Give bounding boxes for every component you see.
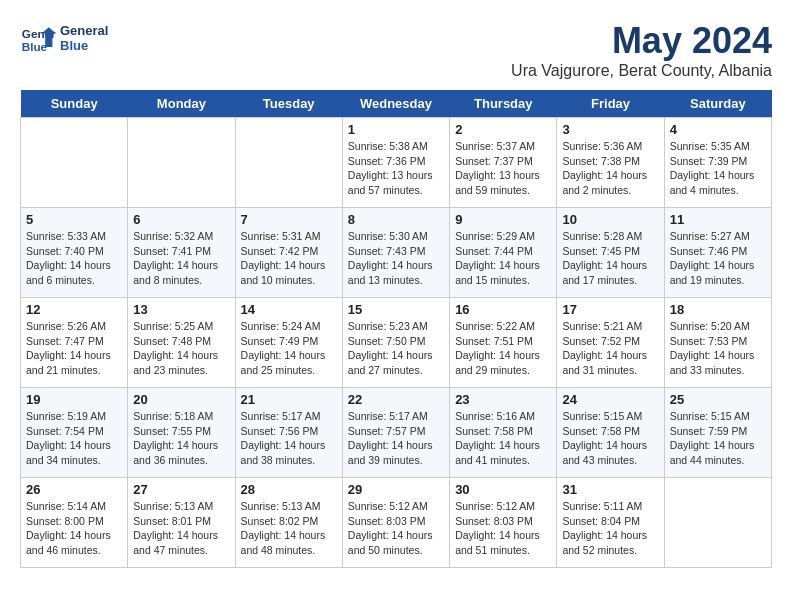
calendar-cell: 8Sunrise: 5:30 AM Sunset: 7:43 PM Daylig…	[342, 208, 449, 298]
calendar-cell: 28Sunrise: 5:13 AM Sunset: 8:02 PM Dayli…	[235, 478, 342, 568]
calendar-cell: 9Sunrise: 5:29 AM Sunset: 7:44 PM Daylig…	[450, 208, 557, 298]
date-number: 9	[455, 212, 551, 227]
cell-info: Sunrise: 5:15 AM Sunset: 7:59 PM Dayligh…	[670, 409, 766, 468]
date-number: 28	[241, 482, 337, 497]
cell-info: Sunrise: 5:12 AM Sunset: 8:03 PM Dayligh…	[348, 499, 444, 558]
cell-info: Sunrise: 5:24 AM Sunset: 7:49 PM Dayligh…	[241, 319, 337, 378]
date-number: 24	[562, 392, 658, 407]
cell-info: Sunrise: 5:37 AM Sunset: 7:37 PM Dayligh…	[455, 139, 551, 198]
cell-info: Sunrise: 5:30 AM Sunset: 7:43 PM Dayligh…	[348, 229, 444, 288]
cell-info: Sunrise: 5:38 AM Sunset: 7:36 PM Dayligh…	[348, 139, 444, 198]
calendar-cell: 31Sunrise: 5:11 AM Sunset: 8:04 PM Dayli…	[557, 478, 664, 568]
date-number: 7	[241, 212, 337, 227]
calendar-cell: 17Sunrise: 5:21 AM Sunset: 7:52 PM Dayli…	[557, 298, 664, 388]
week-row-0: 1Sunrise: 5:38 AM Sunset: 7:36 PM Daylig…	[21, 118, 772, 208]
title-block: May 2024 Ura Vajgurore, Berat County, Al…	[511, 20, 772, 80]
calendar-cell: 12Sunrise: 5:26 AM Sunset: 7:47 PM Dayli…	[21, 298, 128, 388]
calendar-cell: 13Sunrise: 5:25 AM Sunset: 7:48 PM Dayli…	[128, 298, 235, 388]
logo: General Blue General Blue	[20, 20, 108, 56]
date-number: 29	[348, 482, 444, 497]
week-row-1: 5Sunrise: 5:33 AM Sunset: 7:40 PM Daylig…	[21, 208, 772, 298]
weekday-header-sunday: Sunday	[21, 90, 128, 118]
cell-info: Sunrise: 5:27 AM Sunset: 7:46 PM Dayligh…	[670, 229, 766, 288]
calendar-cell: 18Sunrise: 5:20 AM Sunset: 7:53 PM Dayli…	[664, 298, 771, 388]
calendar-cell: 16Sunrise: 5:22 AM Sunset: 7:51 PM Dayli…	[450, 298, 557, 388]
weekday-header-wednesday: Wednesday	[342, 90, 449, 118]
weekday-header-tuesday: Tuesday	[235, 90, 342, 118]
cell-info: Sunrise: 5:16 AM Sunset: 7:58 PM Dayligh…	[455, 409, 551, 468]
calendar-cell: 30Sunrise: 5:12 AM Sunset: 8:03 PM Dayli…	[450, 478, 557, 568]
week-row-4: 26Sunrise: 5:14 AM Sunset: 8:00 PM Dayli…	[21, 478, 772, 568]
week-row-3: 19Sunrise: 5:19 AM Sunset: 7:54 PM Dayli…	[21, 388, 772, 478]
week-row-2: 12Sunrise: 5:26 AM Sunset: 7:47 PM Dayli…	[21, 298, 772, 388]
calendar-cell: 25Sunrise: 5:15 AM Sunset: 7:59 PM Dayli…	[664, 388, 771, 478]
date-number: 27	[133, 482, 229, 497]
cell-info: Sunrise: 5:12 AM Sunset: 8:03 PM Dayligh…	[455, 499, 551, 558]
cell-info: Sunrise: 5:23 AM Sunset: 7:50 PM Dayligh…	[348, 319, 444, 378]
cell-info: Sunrise: 5:32 AM Sunset: 7:41 PM Dayligh…	[133, 229, 229, 288]
calendar-cell: 20Sunrise: 5:18 AM Sunset: 7:55 PM Dayli…	[128, 388, 235, 478]
cell-info: Sunrise: 5:25 AM Sunset: 7:48 PM Dayligh…	[133, 319, 229, 378]
calendar-cell: 2Sunrise: 5:37 AM Sunset: 7:37 PM Daylig…	[450, 118, 557, 208]
calendar-cell: 27Sunrise: 5:13 AM Sunset: 8:01 PM Dayli…	[128, 478, 235, 568]
month-title: May 2024	[511, 20, 772, 62]
calendar-cell: 5Sunrise: 5:33 AM Sunset: 7:40 PM Daylig…	[21, 208, 128, 298]
calendar-cell: 7Sunrise: 5:31 AM Sunset: 7:42 PM Daylig…	[235, 208, 342, 298]
cell-info: Sunrise: 5:15 AM Sunset: 7:58 PM Dayligh…	[562, 409, 658, 468]
calendar-cell: 22Sunrise: 5:17 AM Sunset: 7:57 PM Dayli…	[342, 388, 449, 478]
cell-info: Sunrise: 5:20 AM Sunset: 7:53 PM Dayligh…	[670, 319, 766, 378]
calendar-cell: 3Sunrise: 5:36 AM Sunset: 7:38 PM Daylig…	[557, 118, 664, 208]
logo-blue: Blue	[60, 38, 108, 53]
date-number: 21	[241, 392, 337, 407]
weekday-header-monday: Monday	[128, 90, 235, 118]
calendar-cell	[664, 478, 771, 568]
calendar-cell: 21Sunrise: 5:17 AM Sunset: 7:56 PM Dayli…	[235, 388, 342, 478]
date-number: 1	[348, 122, 444, 137]
cell-info: Sunrise: 5:13 AM Sunset: 8:02 PM Dayligh…	[241, 499, 337, 558]
date-number: 6	[133, 212, 229, 227]
logo-icon: General Blue	[20, 20, 56, 56]
cell-info: Sunrise: 5:11 AM Sunset: 8:04 PM Dayligh…	[562, 499, 658, 558]
date-number: 14	[241, 302, 337, 317]
page-header: General Blue General Blue May 2024 Ura V…	[20, 20, 772, 80]
cell-info: Sunrise: 5:17 AM Sunset: 7:56 PM Dayligh…	[241, 409, 337, 468]
cell-info: Sunrise: 5:31 AM Sunset: 7:42 PM Dayligh…	[241, 229, 337, 288]
calendar-cell: 11Sunrise: 5:27 AM Sunset: 7:46 PM Dayli…	[664, 208, 771, 298]
weekday-header-thursday: Thursday	[450, 90, 557, 118]
cell-info: Sunrise: 5:29 AM Sunset: 7:44 PM Dayligh…	[455, 229, 551, 288]
date-number: 19	[26, 392, 122, 407]
calendar-cell: 24Sunrise: 5:15 AM Sunset: 7:58 PM Dayli…	[557, 388, 664, 478]
cell-info: Sunrise: 5:21 AM Sunset: 7:52 PM Dayligh…	[562, 319, 658, 378]
date-number: 3	[562, 122, 658, 137]
weekday-header-row: SundayMondayTuesdayWednesdayThursdayFrid…	[21, 90, 772, 118]
calendar-cell: 1Sunrise: 5:38 AM Sunset: 7:36 PM Daylig…	[342, 118, 449, 208]
weekday-header-friday: Friday	[557, 90, 664, 118]
date-number: 12	[26, 302, 122, 317]
location: Ura Vajgurore, Berat County, Albania	[511, 62, 772, 80]
date-number: 23	[455, 392, 551, 407]
calendar-cell: 4Sunrise: 5:35 AM Sunset: 7:39 PM Daylig…	[664, 118, 771, 208]
date-number: 15	[348, 302, 444, 317]
calendar-cell	[21, 118, 128, 208]
date-number: 20	[133, 392, 229, 407]
date-number: 31	[562, 482, 658, 497]
cell-info: Sunrise: 5:18 AM Sunset: 7:55 PM Dayligh…	[133, 409, 229, 468]
weekday-header-saturday: Saturday	[664, 90, 771, 118]
cell-info: Sunrise: 5:17 AM Sunset: 7:57 PM Dayligh…	[348, 409, 444, 468]
date-number: 8	[348, 212, 444, 227]
date-number: 4	[670, 122, 766, 137]
calendar-cell: 6Sunrise: 5:32 AM Sunset: 7:41 PM Daylig…	[128, 208, 235, 298]
date-number: 11	[670, 212, 766, 227]
calendar-cell	[128, 118, 235, 208]
date-number: 25	[670, 392, 766, 407]
calendar-cell	[235, 118, 342, 208]
cell-info: Sunrise: 5:13 AM Sunset: 8:01 PM Dayligh…	[133, 499, 229, 558]
calendar-cell: 14Sunrise: 5:24 AM Sunset: 7:49 PM Dayli…	[235, 298, 342, 388]
logo-general: General	[60, 23, 108, 38]
date-number: 18	[670, 302, 766, 317]
calendar-cell: 15Sunrise: 5:23 AM Sunset: 7:50 PM Dayli…	[342, 298, 449, 388]
date-number: 22	[348, 392, 444, 407]
calendar-cell: 23Sunrise: 5:16 AM Sunset: 7:58 PM Dayli…	[450, 388, 557, 478]
date-number: 26	[26, 482, 122, 497]
calendar-cell: 10Sunrise: 5:28 AM Sunset: 7:45 PM Dayli…	[557, 208, 664, 298]
